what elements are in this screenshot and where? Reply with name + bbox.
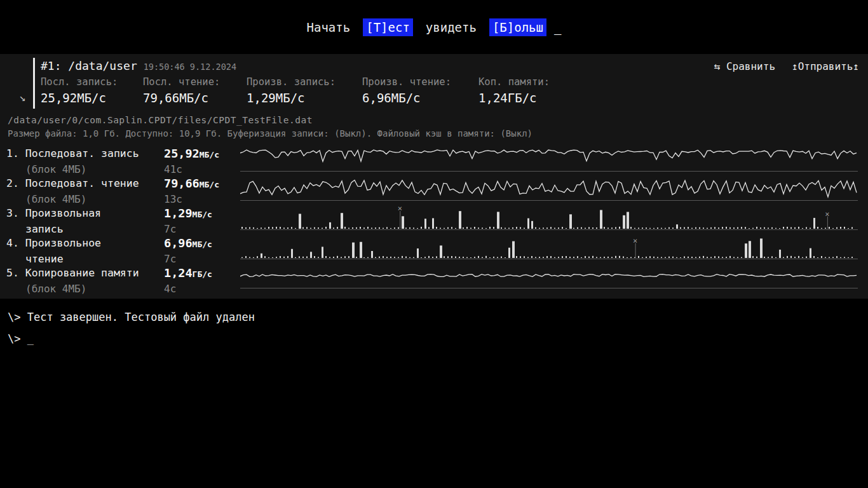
console-prompt: \> (8, 332, 20, 345)
test-row-seq-write: 1. Последоват. запись 25,92МБ/с (блок 4М… (6, 146, 240, 176)
file-info: /data/user/0/com.Saplin.CPDT/files/CPDT_… (8, 115, 868, 139)
test-button[interactable]: [Т]ест (363, 18, 413, 36)
test-row-rand-write: 3. Произвольная 1,29МБ/с запись 7с (6, 206, 240, 236)
summary-stats: Посл. запись: 25,92МБ/с Посл. чтение: 79… (0, 76, 868, 105)
test-row-mem-copy: 5. Копирование памяти 1,24ГБ/с (блок 4МБ… (6, 266, 240, 295)
test-file-path: /data/user/0/com.Saplin.CPDT/files/CPDT_… (8, 115, 868, 125)
test-row-seq-read: 2. Последоват. чтение 79,66МБ/с (блок 4М… (6, 176, 240, 206)
console-output: \> Тест завершен. Тестовый файл удален \… (0, 299, 868, 488)
compare-icon: ⇆ (714, 60, 721, 72)
test-list: 1. Последоват. запись 25,92МБ/с (блок 4М… (0, 146, 240, 295)
svg-text:×: × (633, 236, 637, 245)
menu-see-label: увидеть (426, 20, 477, 34)
chart-rand-write: ×× (240, 205, 858, 230)
console-message: \> Тест завершен. Тестовый файл удален (8, 310, 868, 324)
svg-text:×: × (398, 205, 402, 213)
compare-label: Сравнить (726, 60, 775, 72)
svg-text:×: × (825, 210, 829, 219)
charts-column: ×× × (240, 146, 858, 295)
test-row-rand-read: 4. Произвольное 6,96МБ/с чтение 7с (6, 236, 240, 266)
compare-button[interactable]: ⇆ Сравнить (714, 60, 775, 72)
share-label: Отправить (798, 60, 853, 72)
more-button[interactable]: [Б]ольш (489, 18, 546, 36)
session-timestamp: 19:50:46 9.12.2024 (144, 62, 236, 72)
test-file-details: Размер файла: 1,0 Гб. Доступно: 10,9 Гб.… (8, 128, 868, 139)
session-marker-bar (33, 58, 35, 109)
session-title: #1: /data/user (41, 59, 137, 72)
console-prompt-row[interactable]: \> _ (8, 332, 868, 345)
stat-seq-write: Посл. запись: 25,92МБ/с (41, 76, 143, 105)
menu-cursor: _ (554, 20, 561, 34)
top-menu: Начать [Т]ест увидеть [Б]ольш _ (0, 0, 868, 54)
stat-mem-copy: Коп. памяти: 1,24ГБ/с (478, 76, 618, 105)
stat-rand-write: Произв. запись: 1,29МБ/с (247, 76, 362, 105)
results-panel: ↘ #1: /data/user 19:50:46 9.12.2024 ⇆ Ср… (0, 54, 868, 299)
menu-start-label: Начать (307, 20, 351, 34)
chart-seq-write (240, 146, 858, 172)
chart-rand-read: × (240, 234, 858, 259)
collapse-arrow-icon[interactable]: ↘ (19, 91, 25, 104)
test-results: 1. Последоват. запись 25,92МБ/с (блок 4М… (0, 146, 868, 295)
share-button[interactable]: ↥Отправить↥ (792, 60, 859, 72)
stat-seq-read: Посл. чтение: 79,66МБ/с (143, 76, 247, 105)
stat-rand-read: Произв. чтение: 6,96МБ/с (362, 76, 478, 105)
share-icon: ↥ (792, 60, 798, 72)
chart-mem-copy (240, 263, 858, 288)
cpdt-app: Начать [Т]ест увидеть [Б]ольш _ ↘ #1: /d… (0, 0, 868, 488)
console-cursor: _ (27, 332, 34, 345)
share-icon-right: ↥ (853, 60, 859, 72)
chart-seq-read (240, 175, 858, 201)
